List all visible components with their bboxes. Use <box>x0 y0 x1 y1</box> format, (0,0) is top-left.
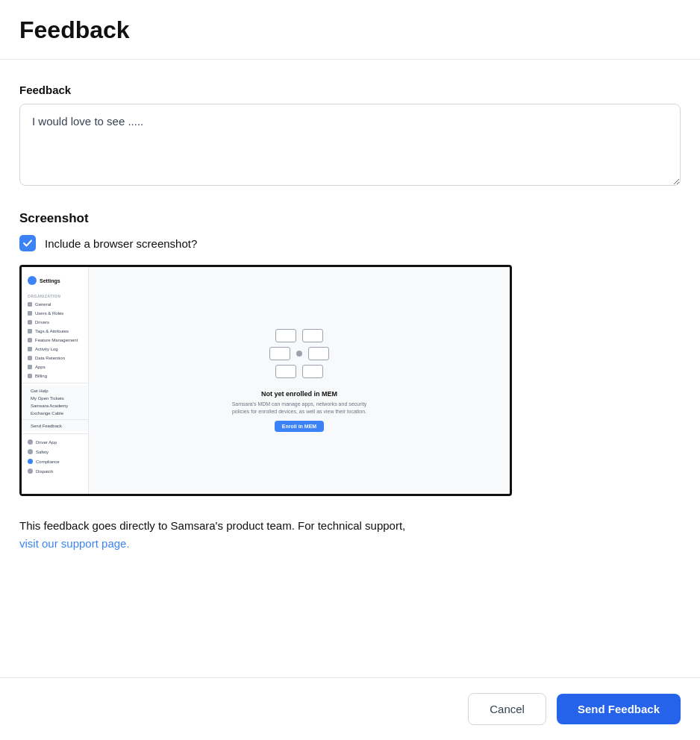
preview-logo <box>28 276 37 285</box>
feedback-textarea[interactable]: I would love to see ..... <box>19 104 681 186</box>
billing-icon <box>28 374 32 378</box>
feedback-field-container: Feedback I would love to see ..... <box>19 84 681 189</box>
preview-item-activity: Activity Log <box>22 345 88 354</box>
send-feedback-button[interactable]: Send Feedback <box>557 694 681 724</box>
checkbox-row: Include a browser screenshot? <box>19 235 681 251</box>
tags-icon <box>28 329 32 333</box>
mem-graphic <box>269 329 329 378</box>
safety-icon <box>28 449 33 454</box>
cancel-button[interactable]: Cancel <box>468 693 546 725</box>
general-icon <box>28 302 32 307</box>
users-icon <box>28 311 32 316</box>
preview-divider <box>22 383 88 383</box>
preview-item-drivers: Drivers <box>22 318 88 327</box>
feedback-label: Feedback <box>19 84 681 96</box>
screenshot-preview: Settings ORGANIZATION General Users & Ro… <box>19 265 512 496</box>
mem-circle <box>296 351 302 357</box>
preview-sidebar-header: Settings <box>22 273 88 291</box>
action-bar: Cancel Send Feedback <box>0 677 700 740</box>
enroll-mem-button[interactable]: Enroll in MEM <box>275 421 324 432</box>
mem-box-5 <box>275 365 296 378</box>
bottom-item-driver-app: Driver App <box>22 437 88 447</box>
checkmark-icon <box>22 238 33 248</box>
submenu-help: Get Help <box>22 387 88 395</box>
support-page-link[interactable]: visit our support page. <box>19 537 130 550</box>
activity-icon <box>28 347 32 351</box>
feedback-page: Feedback Feedback I would love to see ..… <box>0 0 700 740</box>
preview-item-general: General <box>22 300 88 309</box>
preview-sidebar-title: Settings <box>40 278 60 283</box>
apps-icon <box>28 365 32 369</box>
mem-row-middle <box>269 347 329 360</box>
submenu-send-feedback: Send Feedback <box>22 422 88 430</box>
checkbox-label: Include a browser screenshot? <box>45 237 197 250</box>
drivers-icon <box>28 320 32 324</box>
preview-submenu: Get Help My Open Tickets Samsara Academy… <box>22 386 88 431</box>
driver-app-icon <box>28 439 33 445</box>
submenu-tickets: My Open Tickets <box>22 395 88 402</box>
mem-row-bottom <box>275 365 323 378</box>
bottom-item-compliance: Compliance <box>22 457 88 466</box>
content-area: Feedback I would love to see ..... Scree… <box>0 60 700 677</box>
submenu-academy: Samsara Academy <box>22 402 88 410</box>
footer-text-content: This feedback goes directly to Samsara's… <box>19 519 405 532</box>
footer-text: This feedback goes directly to Samsara's… <box>19 517 681 553</box>
mem-box-2 <box>302 329 323 342</box>
page-header: Feedback <box>0 0 700 60</box>
preview-item-billing: Billing <box>22 371 88 380</box>
mem-box-3 <box>269 347 290 360</box>
compliance-icon <box>28 459 33 464</box>
preview-main: Not yet enrolled in MEM Samsara's MDM ca… <box>89 267 510 494</box>
bottom-item-dispatch: Dispatch <box>22 466 88 476</box>
screenshot-label: Screenshot <box>19 211 681 226</box>
mem-box-6 <box>302 365 323 378</box>
mem-title: Not yet enrolled in MEM <box>261 390 337 398</box>
retention-icon <box>28 356 32 360</box>
preview-item-tags: Tags & Attributes <box>22 327 88 336</box>
include-screenshot-checkbox[interactable] <box>19 235 36 251</box>
preview-section-org: ORGANIZATION <box>22 291 88 300</box>
preview-item-features: Feature Management <box>22 336 88 345</box>
preview-sidebar: Settings ORGANIZATION General Users & Ro… <box>22 267 89 494</box>
page-title: Feedback <box>19 16 681 44</box>
dispatch-icon <box>28 468 33 474</box>
screenshot-section: Screenshot Include a browser screenshot?… <box>19 211 681 496</box>
bottom-item-safety: Safety <box>22 447 88 457</box>
features-icon <box>28 338 32 342</box>
preview-bottom-nav: Driver App Safety Compliance Dispat <box>22 437 88 476</box>
mem-box-1 <box>275 329 296 342</box>
preview-item-users: Users & Roles <box>22 309 88 318</box>
preview-divider2 <box>22 419 88 420</box>
preview-divider3 <box>22 433 88 434</box>
preview-item-apps: Apps <box>22 363 88 371</box>
mem-box-4 <box>308 347 329 360</box>
submenu-exchange: Exchange Cable <box>22 410 88 417</box>
mem-row-top <box>275 329 323 342</box>
mem-description: Samsara's MDM can manage apps, networks … <box>225 401 374 416</box>
preview-item-retention: Data Retention <box>22 354 88 363</box>
